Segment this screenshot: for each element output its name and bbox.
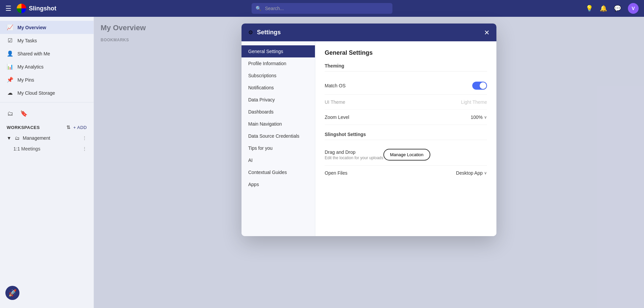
modal-sidebar-item-tips-for-you[interactable]: Tips for you — [241, 142, 315, 154]
drag-drop-row: Drag and Drop Edit the location for your… — [325, 144, 487, 166]
open-files-value: Desktop App — [456, 170, 483, 176]
sidebar-divider — [0, 102, 94, 102]
modal-sidebar-item-notifications[interactable]: Notifications — [241, 82, 315, 94]
analytics-icon: 📊 — [7, 63, 13, 70]
search-icon: 🔍 — [256, 6, 261, 11]
workspace-more-icon[interactable]: ⋮ — [82, 135, 87, 141]
open-files-dropdown[interactable]: Desktop App ∨ — [456, 170, 487, 176]
workspace-child-1-1-meetings[interactable]: 1:1 Meetings ⋮ — [0, 143, 94, 154]
modal-sidebar-item-data-privacy[interactable]: Data Privacy — [241, 94, 315, 106]
match-os-toggle-wrap — [472, 82, 487, 90]
drag-drop-info: Drag and Drop Edit the location for your… — [325, 149, 383, 160]
sidebar-item-shared-with-me[interactable]: 👤 Shared with Me — [0, 47, 94, 60]
ui-theme-value: Light Theme — [461, 99, 487, 105]
sidebar-item-label: My Overview — [17, 25, 46, 30]
pins-icon: 📌 — [7, 77, 13, 83]
workspace-icon: 🗂 — [15, 135, 19, 141]
modal-sidebar-item-data-source-credentials[interactable]: Data Source Credentials — [241, 130, 315, 142]
ui-theme-row: UI Theme Light Theme — [325, 95, 487, 110]
sidebar-item-my-tasks[interactable]: ☑ My Tasks — [0, 34, 94, 47]
zoom-level-dropdown[interactable]: 100% ∨ — [471, 115, 487, 120]
search-input[interactable] — [252, 3, 392, 14]
bulb-icon[interactable]: 💡 — [586, 5, 593, 12]
workspaces-header: Workspaces ⇅ + Add — [0, 122, 94, 133]
sidebar-item-label: My Analytics — [17, 64, 44, 70]
chat-icon[interactable]: 💬 — [614, 5, 621, 12]
sidebar-item-my-pins[interactable]: 📌 My Pins — [0, 73, 94, 86]
settings-modal: ⚙ Settings ✕ General Settings Profile In… — [241, 24, 496, 236]
main-layout: 📈 My Overview ☑ My Tasks 👤 Shared with M… — [0, 17, 644, 308]
app-name: Slingshot — [29, 5, 56, 12]
overview-icon: 📈 — [7, 24, 13, 31]
settings-section-title: General Settings — [325, 49, 487, 56]
zoom-level-row: Zoom Level 100% ∨ — [325, 110, 487, 125]
modal-sidebar-item-apps[interactable]: Apps — [241, 178, 315, 190]
modal-sidebar-item-ai[interactable]: AI — [241, 154, 315, 166]
bookmark-icon-btn[interactable]: 🔖 — [18, 108, 30, 119]
sort-icon[interactable]: ⇅ — [66, 125, 71, 130]
child-more-icon[interactable]: ⋮ — [82, 146, 87, 151]
modal-sidebar-item-profile-information[interactable]: Profile Information — [241, 57, 315, 70]
logo-icon — [17, 4, 26, 13]
theming-group-title: Theming — [325, 63, 487, 72]
modal-sidebar-item-general-settings[interactable]: General Settings — [241, 45, 315, 57]
cloud-icon: ☁ — [7, 90, 13, 96]
slingshot-settings-title: Slingshot Settings — [325, 132, 487, 140]
sidebar-item-label: My Pins — [17, 77, 34, 83]
workspace-chevron-icon: ▼ — [7, 135, 11, 141]
sidebar: 📈 My Overview ☑ My Tasks 👤 Shared with M… — [0, 17, 94, 308]
rocket-button[interactable]: 🚀 — [5, 286, 19, 300]
zoom-chevron-icon: ∨ — [484, 115, 487, 120]
sidebar-bottom-actions: 🗂 🔖 — [0, 105, 94, 122]
modal-title: Settings — [257, 29, 480, 36]
search-bar: 🔍 — [252, 3, 392, 14]
topbar: ☰ Slingshot 🔍 💡 🔔 💬 V — [0, 0, 644, 17]
shared-icon: 👤 — [7, 50, 13, 57]
modal-sidebar: General Settings Profile Information Sub… — [241, 41, 315, 236]
zoom-level-value: 100% — [471, 115, 483, 120]
child-label: 1:1 Meetings — [13, 146, 40, 151]
sidebar-item-label: Shared with Me — [17, 51, 50, 56]
avatar[interactable]: V — [628, 3, 639, 14]
match-os-toggle[interactable] — [472, 82, 487, 90]
toggle-knob — [480, 82, 486, 89]
modal-body: General Settings Profile Information Sub… — [241, 41, 496, 236]
match-os-row: Match OS — [325, 77, 487, 95]
add-workspace-button[interactable]: + Add — [73, 125, 87, 130]
topbar-actions: 💡 🔔 💬 V — [586, 3, 639, 14]
sidebar-bottom: 🚀 — [0, 282, 94, 304]
ui-theme-label: UI Theme — [325, 99, 461, 105]
modal-sidebar-item-main-navigation[interactable]: Main Navigation — [241, 118, 315, 130]
tasks-icon: ☑ — [7, 37, 13, 44]
workspaces-label: Workspaces — [7, 125, 40, 130]
workspace-label: Management — [23, 135, 50, 141]
sidebar-item-my-overview[interactable]: 📈 My Overview — [0, 21, 94, 34]
modal-sidebar-item-dashboards[interactable]: Dashboards — [241, 106, 315, 118]
sidebar-item-my-cloud-storage[interactable]: ☁ My Cloud Storage — [0, 86, 94, 99]
layers-icon-btn[interactable]: 🗂 — [5, 108, 15, 119]
sidebar-item-my-analytics[interactable]: 📊 My Analytics — [0, 60, 94, 73]
slingshot-settings-group: Slingshot Settings Drag and Drop Edit th… — [325, 132, 487, 180]
settings-gear-icon: ⚙ — [248, 29, 253, 36]
sidebar-item-label: My Cloud Storage — [17, 90, 55, 96]
workspace-item-management[interactable]: ▼ 🗂 Management ⋮ — [0, 133, 94, 143]
bell-icon[interactable]: 🔔 — [600, 5, 607, 12]
app-logo: Slingshot — [17, 4, 56, 13]
manage-location-button[interactable]: Manage Location — [383, 149, 430, 161]
content-area: My Overview BOOKMARKS ⚙ Settings ✕ Gener… — [94, 17, 644, 308]
sidebar-item-label: My Tasks — [17, 38, 37, 43]
modal-header: ⚙ Settings ✕ — [241, 24, 496, 41]
match-os-label: Match OS — [325, 83, 472, 88]
modal-close-button[interactable]: ✕ — [484, 29, 490, 36]
open-files-label: Open Files — [325, 170, 456, 176]
open-files-chevron-icon: ∨ — [484, 171, 487, 175]
drag-drop-sublabel: Edit the location for your uploads — [325, 156, 383, 160]
drag-drop-label: Drag and Drop — [325, 149, 383, 155]
workspaces-actions: ⇅ + Add — [66, 125, 87, 130]
open-files-row: Open Files Desktop App ∨ — [325, 166, 487, 180]
modal-sidebar-item-contextual-guides[interactable]: Contextual Guides — [241, 166, 315, 178]
modal-content-panel: General Settings Theming Match OS UI The… — [315, 41, 496, 236]
zoom-level-label: Zoom Level — [325, 115, 471, 120]
hamburger-icon[interactable]: ☰ — [5, 4, 11, 12]
modal-sidebar-item-subscriptions[interactable]: Subscriptions — [241, 70, 315, 82]
